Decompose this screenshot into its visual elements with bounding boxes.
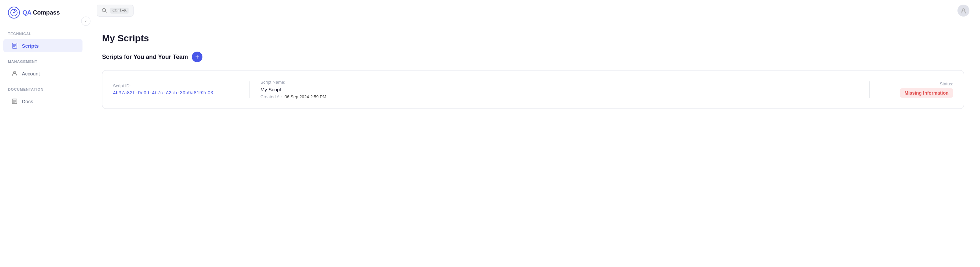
add-icon: +	[196, 54, 199, 60]
account-icon	[11, 70, 18, 77]
card-divider-1	[250, 81, 250, 98]
script-meta: Created At: 06 Sep 2024 2:59 PM	[260, 94, 859, 99]
search-icon	[102, 8, 107, 13]
app-name: QA Compass	[22, 9, 60, 16]
sidebar-item-account[interactable]: Account	[3, 67, 83, 80]
script-created-label: Created At:	[260, 94, 282, 99]
docs-icon	[11, 98, 18, 104]
svg-point-3	[13, 12, 15, 14]
script-id-label: Script ID:	[113, 84, 239, 88]
script-card[interactable]: Script ID: 4b37a82f-De0d-4b7c-A2cb-30b9a…	[102, 70, 964, 109]
section-title: Scripts for You and Your Team	[102, 54, 188, 60]
card-divider-2	[869, 81, 870, 98]
header-right	[958, 5, 969, 17]
sidebar-account-label: Account	[22, 71, 40, 76]
sidebar-section-management: MANAGEMENT	[0, 53, 86, 66]
script-created-value: 06 Sep 2024 2:59 PM	[285, 94, 326, 99]
sidebar-section-technical: TECHNICAL	[0, 25, 86, 38]
svg-line-14	[105, 11, 107, 13]
sidebar-item-docs[interactable]: Docs	[3, 95, 83, 108]
header: Ctrl+K	[86, 0, 980, 21]
sidebar-item-scripts[interactable]: Scripts	[3, 39, 83, 52]
scripts-icon	[11, 43, 18, 49]
user-icon	[960, 7, 967, 14]
sidebar-collapse-button[interactable]: ‹	[81, 17, 91, 26]
sidebar-section-documentation: DOCUMENTATION	[0, 81, 86, 94]
script-id-section: Script ID: 4b37a82f-De0d-4b7c-A2cb-30b9a…	[113, 84, 239, 96]
logo: QA Compass	[0, 0, 86, 25]
script-name-section: Script Name: My Script Created At: 06 Se…	[260, 80, 859, 99]
status-badge: Missing Information	[900, 88, 953, 98]
page-content: My Scripts Scripts for You and Your Team…	[86, 21, 980, 267]
search-bar[interactable]: Ctrl+K	[97, 5, 134, 17]
script-id-value: 4b37a82f-De0d-4b7c-A2cb-30b9a8192c03	[113, 90, 239, 96]
status-label: Status:	[940, 81, 953, 86]
page-title: My Scripts	[102, 33, 964, 44]
user-avatar[interactable]	[958, 5, 969, 17]
script-name-value: My Script	[260, 87, 859, 92]
sidebar-scripts-label: Scripts	[22, 43, 39, 49]
script-status-section: Status: Missing Information	[880, 81, 953, 98]
section-header: Scripts for You and Your Team +	[102, 52, 964, 62]
logo-icon	[8, 6, 20, 19]
add-script-button[interactable]: +	[192, 52, 202, 62]
svg-point-15	[963, 9, 965, 11]
script-name-label: Script Name:	[260, 80, 859, 85]
sidebar: QA Compass ‹ TECHNICAL Scripts MANAGEMEN…	[0, 0, 86, 267]
search-shortcut: Ctrl+K	[110, 8, 129, 14]
main-content: Ctrl+K My Scripts Scripts for You and Yo…	[86, 0, 980, 267]
sidebar-docs-label: Docs	[22, 99, 33, 104]
